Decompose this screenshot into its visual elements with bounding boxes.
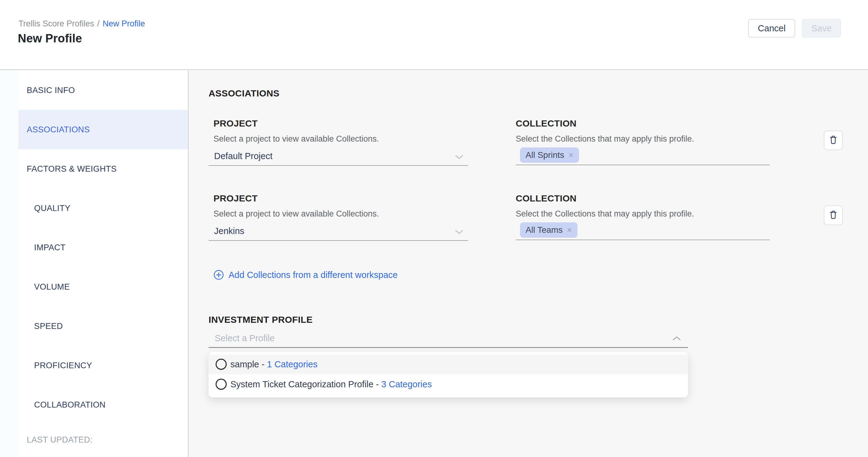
radio-unchecked-icon — [216, 379, 227, 390]
page-body: BASIC INFO ASSOCIATIONS FACTORS & WEIGHT… — [0, 71, 868, 457]
collection-chip-label: All Sprints — [526, 150, 564, 160]
sidebar-item-proficiency[interactable]: PROFICIENCY — [19, 346, 188, 385]
sidebar-item-quality[interactable]: QUALITY — [19, 189, 188, 228]
sidebar: BASIC INFO ASSOCIATIONS FACTORS & WEIGHT… — [0, 71, 189, 457]
collection-select[interactable]: All Sprints × — [516, 144, 770, 165]
profile-option-name: System Ticket Categorization Profile - — [230, 379, 379, 390]
sidebar-item-factors-weights[interactable]: FACTORS & WEIGHTS — [19, 149, 188, 189]
profile-option-categories-link[interactable]: 3 Categories — [381, 379, 432, 390]
collection-label: COLLECTION — [516, 118, 577, 129]
collection-chip: All Teams × — [520, 222, 578, 238]
profile-option-name: sample - — [230, 359, 265, 369]
project-select[interactable]: Default Project — [209, 148, 468, 166]
plus-circle-icon — [214, 270, 224, 280]
save-button[interactable]: Save — [802, 19, 841, 37]
association-row: PROJECT Select a project to view availab… — [209, 115, 868, 186]
chevron-down-icon — [455, 229, 464, 236]
breadcrumb-root-link[interactable]: Trellis Score Profiles — [19, 19, 94, 28]
breadcrumb-separator: / — [97, 19, 100, 28]
header-actions: Cancel Save — [748, 19, 841, 37]
project-select[interactable]: Jenkins — [209, 223, 468, 241]
project-select-value: Default Project — [214, 151, 273, 161]
main-content: ASSOCIATIONS PROJECT Select a project to… — [189, 71, 868, 457]
delete-association-button[interactable] — [824, 206, 843, 225]
collection-hint: Select the Collections that may apply th… — [516, 134, 694, 144]
project-hint: Select a project to view available Colle… — [214, 209, 379, 219]
collection-label: COLLECTION — [516, 193, 577, 204]
sidebar-item-speed[interactable]: SPEED — [19, 306, 188, 346]
sidebar-item-associations[interactable]: ASSOCIATIONS — [19, 110, 188, 149]
sidebar-nav: BASIC INFO ASSOCIATIONS FACTORS & WEIGHT… — [19, 71, 188, 455]
profile-option-categories-link[interactable]: 1 Categories — [267, 359, 317, 369]
chip-remove-icon[interactable]: × — [568, 150, 574, 160]
project-label: PROJECT — [214, 193, 258, 204]
profile-option-sample[interactable]: sample - 1 Categories — [209, 355, 688, 374]
breadcrumb-current-link[interactable]: New Profile — [102, 19, 145, 28]
page-title: New Profile — [18, 32, 82, 45]
chevron-up-icon — [672, 336, 681, 342]
collection-hint: Select the Collections that may apply th… — [516, 209, 694, 219]
new-profile-page: Trellis Score Profiles/New Profile New P… — [0, 0, 868, 457]
collection-chip-label: All Teams — [526, 225, 563, 235]
project-hint: Select a project to view available Colle… — [214, 134, 379, 144]
investment-profile-dropdown: sample - 1 Categories System Ticket Cate… — [209, 352, 688, 397]
sidebar-item-basic-info[interactable]: BASIC INFO — [19, 71, 188, 110]
sidebar-item-volume[interactable]: VOLUME — [19, 267, 188, 306]
radio-unchecked-icon — [216, 359, 227, 370]
trash-icon — [828, 210, 838, 221]
add-collections-link[interactable]: Add Collections from a different workspa… — [214, 269, 398, 281]
collection-chip: All Sprints × — [520, 147, 579, 163]
collection-select[interactable]: All Teams × — [516, 219, 770, 240]
delete-association-button[interactable] — [824, 130, 843, 150]
profile-option-system-ticket[interactable]: System Ticket Categorization Profile - 3… — [209, 374, 688, 394]
breadcrumb: Trellis Score Profiles/New Profile — [19, 19, 145, 29]
investment-profile-placeholder: Select a Profile — [215, 333, 275, 343]
add-collections-link-label: Add Collections from a different workspa… — [228, 270, 398, 280]
chip-remove-icon[interactable]: × — [567, 225, 572, 235]
association-row: PROJECT Select a project to view availab… — [209, 190, 868, 261]
cancel-button[interactable]: Cancel — [748, 19, 795, 37]
project-select-value: Jenkins — [214, 226, 244, 236]
chevron-down-icon — [455, 154, 464, 161]
trash-icon — [828, 134, 838, 146]
sidebar-item-collaboration[interactable]: COLLABORATION — [19, 385, 188, 424]
investment-profile-title: INVESTMENT PROFILE — [209, 314, 313, 325]
sidebar-item-impact[interactable]: IMPACT — [19, 228, 188, 267]
page-header: Trellis Score Profiles/New Profile New P… — [0, 0, 868, 70]
investment-profile-select[interactable]: Select a Profile — [209, 330, 688, 348]
sidebar-rail — [0, 71, 19, 457]
project-label: PROJECT — [214, 118, 258, 129]
sidebar-item-last-updated: LAST UPDATED: — [19, 424, 188, 455]
associations-section-title: ASSOCIATIONS — [209, 88, 279, 99]
